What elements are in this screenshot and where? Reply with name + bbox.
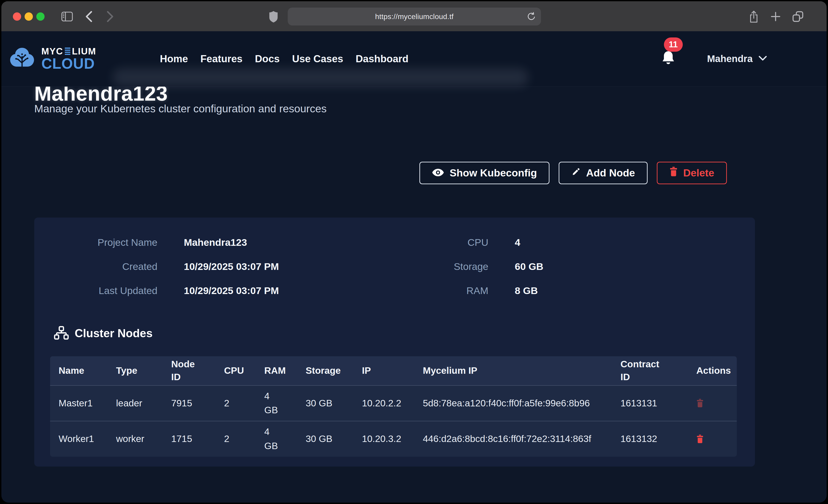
col-ip: IP	[354, 356, 414, 385]
cell-node-id: 1715	[163, 421, 215, 457]
cell-cpu: 2	[215, 421, 256, 457]
notification-count-badge: 11	[664, 37, 683, 52]
pencil-icon	[571, 167, 580, 179]
storage-label: Storage	[364, 260, 488, 272]
url-text: https://myceliumcloud.tf	[375, 12, 454, 21]
cell-type: leader	[108, 385, 163, 421]
user-name: Mahendra	[707, 53, 753, 64]
created-value: 10/29/2025 03:07 PM	[157, 260, 364, 272]
cell-mycelium-ip: 5d8:78ea:a120:f40c:ff0f:a5fe:99e6:8b96	[414, 385, 612, 421]
brand-e-bars-icon	[65, 48, 70, 55]
created-label: Created	[34, 260, 157, 272]
site-navbar: MYC LIUM CLOUD Home Features Docs Use Ca…	[1, 31, 827, 87]
cell-actions	[688, 421, 737, 457]
privacy-shield-icon[interactable]	[269, 11, 278, 23]
delete-label: Delete	[683, 167, 714, 179]
brand-text-post: LIUM	[72, 47, 96, 56]
new-tab-icon[interactable]	[770, 11, 781, 22]
col-contract-id: Contract ID	[612, 356, 688, 385]
traffic-lights	[13, 12, 45, 21]
col-ram: RAM	[256, 356, 297, 385]
share-icon[interactable]	[748, 10, 759, 23]
cell-storage: 30 GB	[297, 385, 354, 421]
col-cpu: CPU	[215, 356, 256, 385]
browser-window: https://myceliumcloud.tf	[1, 1, 827, 503]
reload-icon[interactable]	[527, 12, 536, 21]
nav-link-docs[interactable]: Docs	[255, 53, 280, 65]
add-node-button[interactable]: Add Node	[558, 162, 647, 184]
nav-link-dashboard[interactable]: Dashboard	[356, 53, 409, 65]
cluster-details-card: Project Name Mahendra123 CPU 4 Created 1…	[34, 217, 755, 467]
delete-node-button[interactable]	[696, 398, 704, 408]
tab-overview-icon[interactable]	[792, 11, 804, 22]
sidebar-toggle-icon[interactable]	[61, 11, 73, 22]
chevron-down-icon	[758, 55, 767, 62]
brand-logo[interactable]: MYC LIUM CLOUD	[9, 47, 96, 71]
cell-actions	[688, 385, 737, 421]
navbar-blur-smear	[113, 69, 529, 86]
forward-button-icon[interactable]	[106, 10, 114, 23]
nav-links: Home Features Docs Use Cases Dashboard	[160, 53, 409, 65]
cell-storage: 30 GB	[297, 421, 354, 457]
cell-ip: 10.20.2.2	[354, 385, 414, 421]
nav-link-home[interactable]: Home	[160, 53, 188, 65]
user-menu[interactable]: Mahendra	[707, 53, 767, 64]
cpu-label: CPU	[364, 237, 488, 248]
project-name-value: Mahendra123	[157, 237, 364, 248]
page-viewport: MYC LIUM CLOUD Home Features Docs Use Ca…	[1, 31, 827, 503]
notifications-button[interactable]: 11	[662, 51, 675, 67]
cluster-nodes-header: Cluster Nodes	[54, 326, 755, 341]
cell-contract-id: 1613131	[612, 385, 688, 421]
cluster-actions-toolbar: Show Kubeconfig Add Node	[34, 162, 755, 184]
table-row: Worker1 worker 1715 2 4 GB 30 GB 10.20.3…	[50, 421, 737, 457]
cell-node-id: 7915	[163, 385, 215, 421]
browser-chrome: https://myceliumcloud.tf	[1, 1, 827, 31]
delete-node-button[interactable]	[696, 434, 704, 444]
cell-name: Worker1	[50, 421, 108, 457]
col-mycelium-ip: Mycelium IP	[414, 356, 612, 385]
col-node-id: Node ID	[163, 356, 215, 385]
zoom-window-button[interactable]	[36, 12, 45, 21]
brand-text-sub: CLOUD	[41, 56, 96, 71]
cell-mycelium-ip: 446:d2a6:8bcd:8c16:ff0f:72e2:3114:863f	[414, 421, 612, 457]
cell-name: Master1	[50, 385, 108, 421]
show-kubeconfig-button[interactable]: Show Kubeconfig	[419, 162, 549, 184]
cell-ram: 4 GB	[256, 421, 297, 457]
project-info-grid: Project Name Mahendra123 CPU 4 Created 1…	[34, 237, 755, 297]
col-name: Name	[50, 356, 108, 385]
ram-value: 8 GB	[488, 285, 755, 297]
minimize-window-button[interactable]	[25, 12, 33, 21]
cell-cpu: 2	[215, 385, 256, 421]
cell-ram: 4 GB	[256, 385, 297, 421]
show-kubeconfig-label: Show Kubeconfig	[450, 167, 537, 179]
brand-wordmark: MYC LIUM CLOUD	[41, 47, 96, 71]
project-name-label: Project Name	[34, 237, 157, 248]
cell-type: worker	[108, 421, 163, 457]
eye-icon	[432, 167, 444, 179]
col-actions: Actions	[688, 356, 737, 385]
close-window-button[interactable]	[13, 12, 21, 21]
trash-icon	[669, 167, 678, 179]
back-button-icon[interactable]	[85, 10, 93, 23]
address-bar[interactable]: https://myceliumcloud.tf	[288, 8, 541, 26]
last-updated-value: 10/29/2025 03:07 PM	[157, 285, 364, 297]
cell-contract-id: 1613132	[612, 421, 688, 457]
cloud-logo-icon	[9, 47, 35, 70]
nav-link-use-cases[interactable]: Use Cases	[292, 53, 343, 65]
table-row: Master1 leader 7915 2 4 GB 30 GB 10.20.2…	[50, 385, 737, 421]
bell-icon	[662, 62, 675, 66]
table-header-row: Name Type Node ID CPU RAM Storage IP Myc…	[50, 356, 737, 385]
nodes-table: Name Type Node ID CPU RAM Storage IP Myc…	[50, 356, 737, 457]
col-type: Type	[108, 356, 163, 385]
add-node-label: Add Node	[586, 167, 635, 179]
sitemap-icon	[54, 326, 69, 341]
nav-link-features[interactable]: Features	[200, 53, 242, 65]
cpu-value: 4	[488, 237, 755, 248]
brand-text-pre: MYC	[41, 47, 63, 56]
cluster-nodes-title: Cluster Nodes	[75, 327, 153, 340]
storage-value: 60 GB	[488, 260, 755, 272]
delete-cluster-button[interactable]: Delete	[657, 162, 727, 184]
page-content: Mahendra123 Manage your Kubernetes clust…	[1, 31, 827, 467]
ram-label: RAM	[364, 285, 488, 297]
col-storage: Storage	[297, 356, 354, 385]
